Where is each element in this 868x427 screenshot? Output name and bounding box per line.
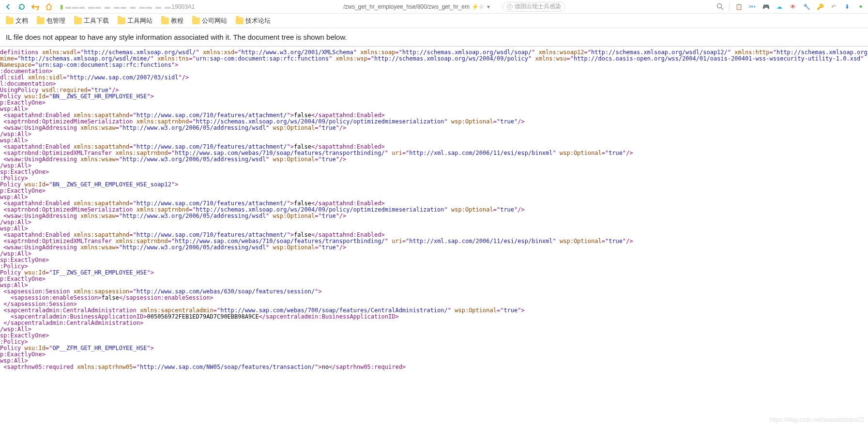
folder-icon — [6, 17, 14, 24]
url-fragment: /zws_get_hr_employee_hse/800/zws_get_hr_… — [343, 3, 470, 10]
bookmark-label: 公司网站 — [202, 16, 227, 25]
bookmark-star-icon[interactable]: ☆ — [479, 3, 484, 10]
bookmark-item[interactable]: 工具网站 — [118, 16, 152, 25]
undo-button[interactable]: ▾ — [30, 1, 41, 12]
folder-icon — [37, 17, 45, 24]
search-engine-icon: S — [507, 4, 513, 10]
bookmark-item[interactable]: 工具下载 — [74, 16, 109, 25]
xml-notice: IL file does not appear to have any styl… — [0, 28, 868, 46]
bookmark-label: 文档 — [15, 16, 28, 25]
file-icon: ▮ — [60, 3, 63, 10]
bookmark-label: 工具网站 — [127, 16, 152, 25]
lightning-icon: ⚡ — [472, 3, 479, 10]
reload-button[interactable] — [16, 1, 27, 12]
bookmark-item[interactable]: 技术论坛 — [236, 16, 271, 25]
bookmark-item[interactable]: 公司网站 — [192, 16, 227, 25]
wrench-icon[interactable]: 🔧 — [802, 2, 811, 11]
bookmark-label: 包管理 — [46, 16, 65, 25]
folder-icon — [74, 17, 82, 24]
restore-icon[interactable]: ↶ — [829, 2, 838, 11]
toolbar-right: 📋 ✂▾ 🎮 ☁ 👁 🔧 🔑 ↶ ⬇ ✦ — [716, 2, 865, 11]
xml-tree: definitions xmlns:wsdl="http://schemas.x… — [0, 46, 868, 380]
search-box[interactable]: S 德国出现士兵感染 — [503, 2, 565, 12]
extension-icon[interactable]: ✦ — [856, 2, 865, 11]
url-redacted: ▬▬▬ ▬▬ ▬ ▬▬ ▬ ▬▬ ▬ ▬ — [65, 3, 171, 10]
bookmark-item[interactable]: 教程 — [161, 16, 183, 25]
weibo-icon[interactable]: 👁 — [789, 2, 797, 11]
url-bar[interactable]: ▮ ▬▬▬ ▬▬ ▬ ▬▬ ▬ ▬▬ ▬ ▬ 19003A1 /zws_get_… — [57, 1, 493, 12]
folder-icon — [236, 17, 244, 24]
scissors-icon[interactable]: ✂▾ — [748, 2, 757, 11]
folder-icon — [161, 17, 169, 24]
bookmark-label: 教程 — [171, 16, 183, 25]
svg-point-0 — [717, 4, 721, 8]
search-placeholder: 德国出现士兵感染 — [515, 2, 561, 11]
bookmarks-bar: 文档 包管理 工具下载 工具网站 教程 公司网站 技术论坛 — [0, 14, 868, 28]
home-button[interactable] — [44, 1, 54, 12]
bookmark-item[interactable]: 包管理 — [37, 16, 65, 25]
bookmark-label: 工具下载 — [84, 16, 109, 25]
cloud-icon[interactable]: ☁ — [775, 2, 784, 11]
key-icon[interactable]: 🔑 — [816, 2, 824, 11]
folder-icon — [118, 17, 125, 24]
gamepad-icon[interactable]: 🎮 — [761, 2, 770, 11]
url-dropdown-icon[interactable]: ▾ — [487, 3, 490, 10]
translate-icon[interactable]: 📋 — [734, 2, 743, 11]
back-button[interactable] — [3, 1, 14, 12]
search-icon[interactable] — [716, 2, 724, 11]
url-port-hint: 19003A1 — [171, 3, 195, 10]
bookmark-label: 技术论坛 — [245, 16, 271, 25]
browser-toolbar: ▾ ▮ ▬▬▬ ▬▬ ▬ ▬▬ ▬ ▬▬ ▬ ▬ 19003A1 /zws_ge… — [0, 0, 868, 14]
folder-icon — [192, 17, 200, 24]
bookmark-item[interactable]: 文档 — [6, 16, 28, 25]
download-icon[interactable]: ⬇ — [843, 2, 852, 11]
svg-line-1 — [721, 8, 723, 10]
